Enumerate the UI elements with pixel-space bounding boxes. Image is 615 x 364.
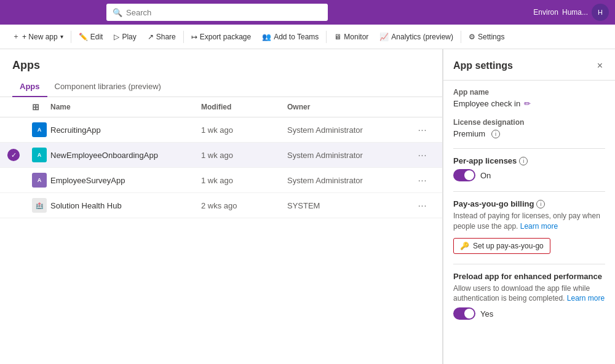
analytics-icon: 📈 bbox=[379, 33, 389, 41]
app-table: ⊞ Name Modified Owner A RecruitingApp 1 … bbox=[0, 97, 442, 364]
edit-button[interactable]: ✏️ Edit bbox=[74, 30, 108, 44]
divider-settings-3 bbox=[453, 264, 605, 264]
preload-desc: Allow users to download the app file whi… bbox=[453, 283, 605, 304]
modified-1: 1 wk ago bbox=[201, 125, 287, 135]
env-label: Environ bbox=[533, 8, 558, 17]
per-app-info-icon[interactable]: i bbox=[519, 157, 528, 165]
search-icon: 🔍 bbox=[113, 8, 122, 17]
app-name-1: RecruitingApp bbox=[50, 125, 201, 135]
divider-2 bbox=[183, 31, 184, 43]
table-header: ⊞ Name Modified Owner bbox=[0, 97, 442, 117]
table-row[interactable]: ✓ A NewEmployeeOnboardingApp 1 wk ago Sy… bbox=[0, 143, 442, 168]
export-package-button[interactable]: ↦ Export package bbox=[186, 30, 256, 44]
table-row[interactable]: 🏥 Solution Health Hub 2 wks ago SYSTEM ·… bbox=[0, 193, 442, 218]
close-button[interactable]: × bbox=[595, 59, 605, 73]
preload-label: Preload app for enhanced performance bbox=[453, 272, 602, 281]
app-icon-4: 🏥 bbox=[32, 198, 50, 213]
new-app-label: + New app bbox=[22, 33, 58, 41]
left-panel: Apps Apps Component libraries (preview) … bbox=[0, 49, 443, 364]
modified-4: 2 wks ago bbox=[201, 201, 287, 210]
topbar-right: Environ Huma... H bbox=[533, 4, 609, 21]
per-app-section: Per-app licenses i On bbox=[453, 156, 605, 181]
monitor-button[interactable]: 🖥 Monitor bbox=[329, 30, 373, 44]
analytics-button[interactable]: 📈 Analytics (preview) bbox=[375, 30, 458, 44]
payg-info-icon[interactable]: i bbox=[536, 200, 545, 208]
payg-learn-more-link[interactable]: Learn more bbox=[520, 222, 558, 231]
app-name-label: App name bbox=[453, 88, 605, 97]
gear-icon: ⚙ bbox=[469, 33, 475, 41]
settings-button[interactable]: ⚙ Settings bbox=[464, 30, 509, 44]
payg-btn-label: Set up pay-as-you-go bbox=[473, 242, 544, 250]
edit-label: Edit bbox=[90, 33, 103, 41]
preload-learn-more-link[interactable]: Learn more bbox=[567, 294, 605, 303]
search-container: 🔍 bbox=[106, 4, 328, 21]
search-input[interactable] bbox=[126, 8, 322, 17]
modified-2: 1 wk ago bbox=[201, 151, 287, 160]
preload-section: Preload app for enhanced performance All… bbox=[453, 272, 605, 320]
app-name-value: Employee check in ✏ bbox=[453, 99, 605, 108]
license-value: Premium i bbox=[453, 129, 605, 138]
payg-section: Pay-as-you-go billing i Instead of payin… bbox=[453, 199, 605, 254]
chevron-down-icon: ▾ bbox=[60, 33, 63, 40]
settings-label: Settings bbox=[478, 33, 504, 41]
set-up-payg-button[interactable]: 🔑 Set up pay-as-you-go bbox=[453, 238, 550, 254]
selected-indicator: ✓ bbox=[7, 149, 20, 161]
app-icon-2: A bbox=[32, 148, 50, 162]
payg-btn-icon: 🔑 bbox=[460, 242, 469, 250]
app-name-2: NewEmployeeOnboardingApp bbox=[50, 151, 201, 160]
share-icon: ↗ bbox=[148, 33, 154, 41]
per-app-toggle-row: On bbox=[453, 169, 605, 181]
payg-desc: Instead of paying for licenses, only pay… bbox=[453, 211, 605, 232]
license-section: License designation Premium i bbox=[453, 118, 605, 138]
user-label: Huma... bbox=[562, 8, 588, 17]
per-app-toggle[interactable] bbox=[453, 169, 475, 181]
license-info-icon[interactable]: i bbox=[491, 130, 500, 138]
edit-icon: ✏️ bbox=[79, 33, 88, 41]
per-app-label: Per-app licenses bbox=[453, 156, 517, 165]
divider-1 bbox=[71, 31, 71, 43]
preload-toggle[interactable] bbox=[453, 307, 475, 320]
add-to-teams-button[interactable]: 👥 Add to Teams bbox=[257, 30, 323, 44]
divider-3 bbox=[326, 31, 327, 43]
play-icon: ▷ bbox=[114, 33, 119, 41]
owner-3: System Administrator bbox=[287, 176, 410, 185]
settings-title: App settings bbox=[453, 60, 513, 71]
table-row[interactable]: A RecruitingApp 1 wk ago System Administ… bbox=[0, 117, 442, 143]
play-button[interactable]: ▷ Play bbox=[109, 30, 141, 44]
settings-panel: App settings × App name Employee check i… bbox=[443, 49, 615, 364]
divider-settings-2 bbox=[453, 191, 605, 192]
share-label: Share bbox=[156, 33, 176, 41]
more-options-2[interactable]: ··· bbox=[410, 150, 435, 160]
per-app-title-row: Per-app licenses i bbox=[453, 156, 605, 165]
export-icon: ↦ bbox=[191, 33, 197, 41]
avatar[interactable]: H bbox=[592, 4, 609, 21]
export-label: Export package bbox=[200, 33, 251, 41]
edit-app-name-icon[interactable]: ✏ bbox=[524, 99, 531, 108]
modified-3: 1 wk ago bbox=[201, 176, 287, 185]
analytics-label: Analytics (preview) bbox=[391, 33, 453, 41]
teams-icon: 👥 bbox=[262, 33, 271, 41]
table-row[interactable]: A EmployeeSurveyApp 1 wk ago System Admi… bbox=[0, 168, 442, 193]
tab-component-libraries[interactable]: Component libraries (preview) bbox=[47, 77, 169, 97]
monitor-label: Monitor bbox=[344, 33, 368, 41]
preload-toggle-row: Yes bbox=[453, 307, 605, 320]
preload-toggle-label: Yes bbox=[480, 309, 493, 318]
more-options-3[interactable]: ··· bbox=[410, 175, 435, 185]
new-app-button[interactable]: ＋ + New app ▾ bbox=[7, 29, 68, 44]
settings-header: App settings × bbox=[443, 49, 615, 81]
app-name-section: App name Employee check in ✏ bbox=[453, 88, 605, 108]
col-name: Name bbox=[50, 103, 201, 111]
share-button[interactable]: ↗ Share bbox=[143, 30, 181, 44]
col-icon: ⊞ bbox=[32, 102, 50, 112]
app-name-text: Employee check in bbox=[453, 99, 520, 108]
app-icon-3: A bbox=[32, 173, 50, 188]
app-icon-1: A bbox=[32, 122, 50, 137]
more-options-4[interactable]: ··· bbox=[410, 200, 435, 210]
license-label: License designation bbox=[453, 118, 605, 127]
more-options-1[interactable]: ··· bbox=[410, 125, 435, 135]
divider-settings-1 bbox=[453, 148, 605, 149]
tab-apps[interactable]: Apps bbox=[12, 77, 47, 97]
page-title: Apps bbox=[0, 49, 442, 77]
app-name-4: Solution Health Hub bbox=[50, 201, 201, 210]
per-app-toggle-label: On bbox=[480, 171, 491, 180]
